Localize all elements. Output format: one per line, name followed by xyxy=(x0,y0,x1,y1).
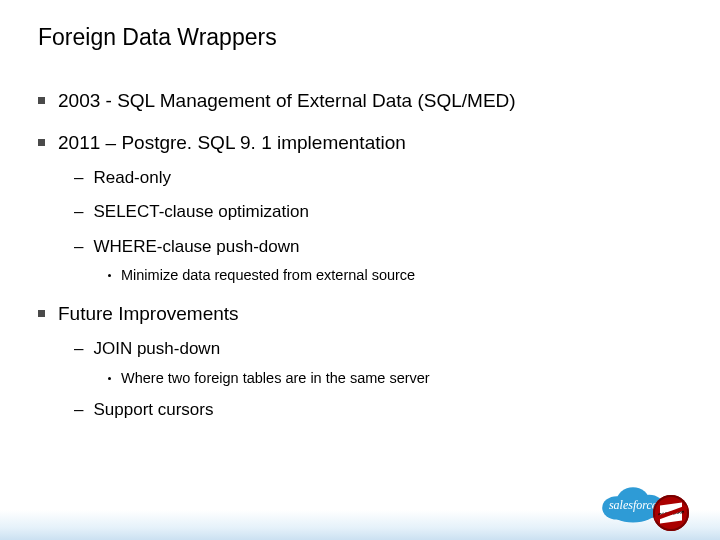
list-item-text: Where two foreign tables are in the same… xyxy=(121,370,430,386)
list-item-text: Future Improvements xyxy=(58,303,239,325)
list-item: – Read-only xyxy=(74,168,682,188)
list-item-text: WHERE-clause push-down xyxy=(93,237,299,257)
dash-bullet-icon: – xyxy=(74,168,83,188)
bullet-list-lvl3: Where two foreign tables are in the same… xyxy=(108,370,682,386)
list-item: Future Improvements – JOIN push-down xyxy=(38,303,682,420)
list-item-text: Minimize data requested from external so… xyxy=(121,267,415,283)
square-bullet-icon xyxy=(38,139,45,146)
square-bullet-icon xyxy=(38,97,45,104)
list-item: Minimize data requested from external so… xyxy=(108,267,682,283)
list-item: – Support cursors xyxy=(74,400,682,420)
list-item: – SELECT-clause optimization xyxy=(74,202,682,222)
list-item: 2003 - SQL Management of External Data (… xyxy=(38,90,682,112)
slide: Foreign Data Wrappers 2003 - SQL Managem… xyxy=(0,0,720,540)
dash-bullet-icon: – xyxy=(74,237,83,257)
list-item: Where two foreign tables are in the same… xyxy=(108,370,682,386)
slide-footer: salesforce SOFTWARE xyxy=(0,476,720,540)
list-item-text: Read-only xyxy=(93,168,171,188)
slide-content: 2003 - SQL Management of External Data (… xyxy=(38,90,682,440)
square-bullet-icon xyxy=(38,310,45,317)
list-item-text: SELECT-clause optimization xyxy=(93,202,308,222)
list-item-text: 2003 - SQL Management of External Data (… xyxy=(58,90,516,112)
dash-bullet-icon: – xyxy=(74,339,83,359)
dot-bullet-icon xyxy=(108,377,111,380)
bullet-list-lvl1: 2003 - SQL Management of External Data (… xyxy=(38,90,682,420)
dot-bullet-icon xyxy=(108,274,111,277)
slide-title: Foreign Data Wrappers xyxy=(38,24,277,51)
list-item-text: JOIN push-down xyxy=(93,339,220,359)
list-item: 2011 – Postgre. SQL 9. 1 implementation … xyxy=(38,132,682,283)
salesforce-logo: salesforce SOFTWARE xyxy=(596,474,692,534)
bullet-list-lvl3: Minimize data requested from external so… xyxy=(108,267,682,283)
list-item: – WHERE-clause push-down Minimize data r… xyxy=(74,237,682,283)
no-software-stamp-icon: SOFTWARE xyxy=(650,492,692,534)
list-item-text: 2011 – Postgre. SQL 9. 1 implementation xyxy=(58,132,406,154)
list-item: – JOIN push-down Where two foreign table… xyxy=(74,339,682,385)
bullet-list-lvl2: – Read-only – SELECT-clause optimization… xyxy=(74,168,682,283)
dash-bullet-icon: – xyxy=(74,400,83,420)
list-item-text: Support cursors xyxy=(93,400,213,420)
dash-bullet-icon: – xyxy=(74,202,83,222)
bullet-list-lvl2: – JOIN push-down Where two foreign table… xyxy=(74,339,682,420)
